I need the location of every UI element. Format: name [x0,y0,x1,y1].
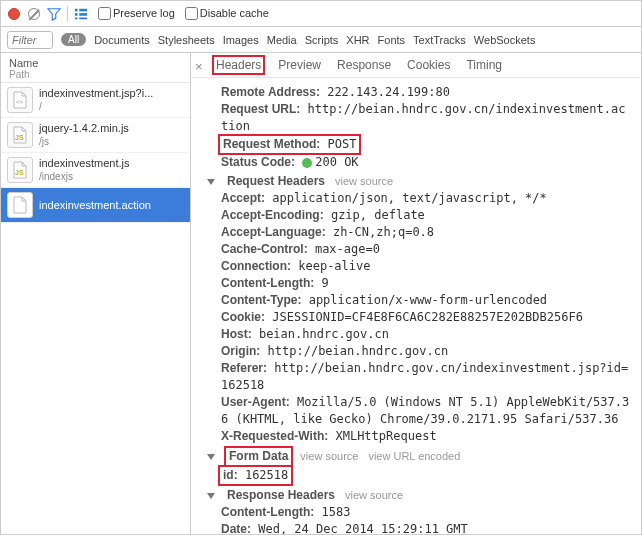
header-row: Cookie: JSESSIONID=CF4E8F6CA6C282E88257E… [221,309,631,326]
disable-cache-label: Disable cache [200,7,269,19]
filter-all-pill[interactable]: All [61,33,86,46]
filter-type[interactable]: Scripts [305,34,339,46]
view-source-link[interactable]: view source [345,487,403,504]
request-path: /js [39,135,129,148]
tab-headers[interactable]: Headers [213,57,264,73]
preserve-log-checkbox[interactable]: Preserve log [94,7,175,21]
tab-cookies[interactable]: Cookies [405,57,452,73]
file-js-icon: JS [7,122,33,148]
svg-rect-2 [75,17,78,19]
request-name: indexinvestment.jsp?i... [39,87,153,100]
section-request-headers[interactable]: Request Headersview source [207,173,631,190]
file-js-icon: JS [7,157,33,183]
header-row: Referer: http://beian.hndrc.gov.cn/index… [221,360,631,394]
svg-rect-3 [79,8,87,11]
header-row: User-Agent: Mozilla/5.0 (Windows NT 5.1)… [221,394,631,428]
header-row: Connection: keep-alive [221,258,631,275]
section-form-data[interactable]: Form Dataview sourceview URL encoded [207,447,631,466]
request-name: jquery-1.4.2.min.js [39,122,129,135]
request-row[interactable]: JS indexinvestment.js/indexjs [1,153,190,188]
request-path: / [39,100,153,113]
header-row: Accept-Language: zh-CN,zh;q=0.8 [221,224,631,241]
header-row: Content-Type: application/x-www-form-url… [221,292,631,309]
request-row[interactable]: indexinvestment.action [1,188,190,223]
section-response-headers[interactable]: Response Headersview source [207,487,631,504]
header-row: Host: beian.hndrc.gov.cn [221,326,631,343]
view-url-encoded-link[interactable]: view URL encoded [368,448,460,465]
request-row[interactable]: JS jquery-1.4.2.min.js/js [1,118,190,153]
svg-rect-4 [79,13,87,16]
svg-text:JS: JS [15,169,24,176]
header-row: Cache-Control: max-age=0 [221,241,631,258]
request-name: indexinvestment.js [39,157,130,170]
tab-response[interactable]: Response [335,57,393,73]
triangle-down-icon [207,493,215,499]
header-row: X-Requested-With: XMLHttpRequest [221,428,631,445]
filter-type[interactable]: Documents [94,34,150,46]
clear-icon[interactable] [27,7,41,21]
disable-cache-checkbox[interactable]: Disable cache [181,7,269,21]
filter-icon[interactable] [47,7,61,21]
filter-type[interactable]: TextTracks [413,34,466,46]
preserve-log-label: Preserve log [113,7,175,19]
filter-type[interactable]: Fonts [378,34,406,46]
triangle-down-icon [207,454,215,460]
svg-rect-0 [75,8,78,11]
header-row: Accept: application/json, text/javascrip… [221,190,631,207]
file-blank-icon [7,192,33,218]
form-data-row: id: 162518 [221,466,631,485]
request-url: Request URL: http://beian.hndrc.gov.cn/i… [221,101,631,135]
svg-rect-1 [75,13,78,16]
tab-timing[interactable]: Timing [464,57,504,73]
svg-rect-5 [79,17,87,19]
col-name: NamePath [9,57,38,80]
filter-type[interactable]: WebSockets [474,34,536,46]
filter-input[interactable] [7,31,53,49]
record-icon[interactable] [7,7,21,21]
separator [67,6,68,22]
request-name: indexinvestment.action [39,199,151,212]
header-row: Accept-Encoding: gzip, deflate [221,207,631,224]
request-path: /indexjs [39,170,130,183]
view-toggle-icon[interactable] [74,7,88,21]
file-doc-icon: <> [7,87,33,113]
close-icon[interactable]: × [195,59,203,74]
header-row: Origin: http://beian.hndrc.gov.cn [221,343,631,360]
view-source-link[interactable]: view source [335,173,393,190]
triangle-down-icon [207,179,215,185]
svg-text:JS: JS [15,134,24,141]
status-code: Status Code: 200 OK [221,154,631,171]
tab-preview[interactable]: Preview [276,57,323,73]
remote-address: Remote Address: 222.143.24.199:80 [221,84,631,101]
view-source-link[interactable]: view source [300,448,358,465]
detail-tabs: Headers Preview Response Cookies Timing [191,53,641,78]
request-method: Request Method: POST [221,135,631,154]
filter-type[interactable]: Images [223,34,259,46]
header-row: Content-Length: 9 [221,275,631,292]
filter-type[interactable]: Stylesheets [158,34,215,46]
filter-type[interactable]: Media [267,34,297,46]
request-row[interactable]: <> indexinvestment.jsp?i.../ [1,83,190,118]
header-row: Content-Length: 1583 [221,504,631,521]
filter-type[interactable]: XHR [346,34,369,46]
details-panel: × Headers Preview Response Cookies Timin… [191,53,641,534]
request-list-sidebar: NamePath <> indexinvestment.jsp?i.../ JS… [1,53,191,534]
svg-text:<>: <> [16,99,24,105]
header-row: Date: Wed, 24 Dec 2014 15:29:11 GMT [221,521,631,534]
